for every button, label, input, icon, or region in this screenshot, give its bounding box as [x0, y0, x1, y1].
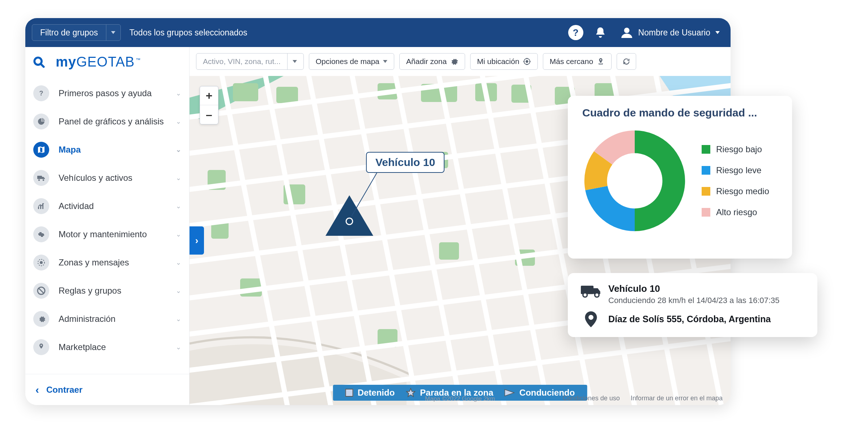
- refresh-button[interactable]: [617, 53, 636, 70]
- map-options-label: Opciones de mapa: [316, 57, 379, 66]
- chevron-down-icon: ⌄: [176, 89, 181, 97]
- svg-line-60: [352, 173, 377, 216]
- risk-legend-item: Riesgo leve: [702, 165, 769, 175]
- nearest-label: Más cercano: [550, 57, 593, 66]
- sidebar-item-chart[interactable]: Panel de gráficos y análisis⌄: [25, 107, 189, 136]
- risk-legend: Riesgo bajoRiesgo leveRiesgo medioAlto r…: [702, 144, 769, 217]
- report-error-link[interactable]: Informar de un error en el mapa: [631, 395, 723, 402]
- svg-point-5: [38, 179, 40, 181]
- avatar-icon: [620, 26, 633, 39]
- gear-icon: [450, 57, 458, 65]
- sidebar-item-zones[interactable]: Zonas y mensajes⌄: [25, 248, 189, 277]
- sidebar-item-marketplace[interactable]: Marketplace⌄: [25, 333, 189, 361]
- group-filter-dropdown[interactable]: Filtro de grupos: [32, 24, 121, 41]
- map-footer: Condiciones de uso Informar de un error …: [563, 395, 723, 402]
- vehicle-label: Vehículo 10: [375, 156, 435, 168]
- legend-label: Riesgo bajo: [716, 144, 762, 154]
- vehicle-address: Díaz de Solís 555, Córdoba, Argentina: [608, 313, 771, 325]
- question-icon: ?: [33, 85, 49, 101]
- chevron-down-icon: ⌄: [176, 146, 181, 154]
- sidebar-item-label: Vehículos y activos: [59, 173, 176, 183]
- vehicle-info-card: Vehículo 10 Conduciendo 28 km/h el 14/04…: [568, 273, 817, 337]
- chevron-down-icon: ⌄: [176, 202, 181, 210]
- my-location-button[interactable]: Mi ubicación: [470, 53, 538, 70]
- terms-link[interactable]: Condiciones de uso: [563, 395, 620, 402]
- donut-slice-0: [635, 131, 685, 231]
- svg-rect-4: [37, 176, 42, 179]
- chevron-down-icon: ⌄: [176, 315, 181, 323]
- sidebar-item-label: Actividad: [59, 201, 176, 211]
- square-icon: [345, 389, 353, 397]
- app-logo: myGEOTAB™: [56, 54, 141, 70]
- flag-icon: [504, 389, 515, 397]
- svg-point-0: [624, 28, 629, 33]
- risk-legend-item: Riesgo medio: [702, 186, 769, 196]
- sidebar-item-label: Panel de gráficos y análisis: [59, 116, 176, 127]
- svg-point-11: [41, 345, 42, 346]
- notifications-button[interactable]: [594, 26, 607, 39]
- groups-selected-text: Todos los grupos seleccionados: [129, 28, 247, 38]
- svg-rect-63: [581, 286, 593, 294]
- gear-icon: [33, 311, 49, 327]
- legend-swatch: [702, 208, 710, 217]
- help-button[interactable]: ?: [568, 25, 583, 40]
- chevron-down-icon: ⌄: [176, 174, 181, 182]
- truck-icon: [581, 283, 601, 298]
- map-icon: [33, 142, 49, 158]
- collapse-sidebar-button[interactable]: ‹ Contraer: [25, 374, 189, 405]
- my-location-label: Mi ubicación: [477, 57, 519, 66]
- search-button[interactable]: [32, 55, 46, 69]
- chevron-down-icon: ⌄: [176, 118, 181, 125]
- bell-icon: [594, 26, 607, 39]
- safety-card-title: Cuadro de mando de seguridad ...: [582, 107, 778, 119]
- nearest-button[interactable]: Más cercano: [543, 53, 612, 70]
- map-attribution: Mapa ©2022 Google 2km: [425, 395, 495, 402]
- legend-label: Riesgo leve: [716, 165, 761, 175]
- sidebar-item-rules[interactable]: Reglas y grupos⌄: [25, 277, 189, 305]
- vehicle-name: Vehículo 10: [608, 283, 779, 294]
- sidebar-item-label: Motor y mantenimiento: [59, 229, 176, 239]
- sidebar-item-label: Administración: [59, 314, 176, 324]
- expand-panel-button[interactable]: ›: [190, 226, 204, 255]
- sidebar-item-activity[interactable]: Actividad⌄: [25, 192, 189, 220]
- user-menu[interactable]: Nombre de Usuario: [620, 26, 720, 39]
- zoom-in-button[interactable]: +: [200, 86, 218, 105]
- svg-line-10: [39, 288, 44, 293]
- sidebar-item-map[interactable]: Mapa⌄: [25, 136, 189, 164]
- donut-slice-1: [585, 186, 635, 231]
- map-options-button[interactable]: Opciones de mapa: [309, 53, 394, 70]
- refresh-icon: [622, 57, 630, 65]
- location-pin-icon: [581, 312, 601, 327]
- sidebar-item-question[interactable]: ?Primeros pasos y ayuda⌄: [25, 79, 189, 107]
- svg-point-64: [583, 293, 587, 297]
- add-zone-label: Añadir zona: [406, 57, 447, 66]
- map-toolbar: Activo, VIN, zona, rut... Opciones de ma…: [190, 47, 731, 76]
- group-filter-label: Filtro de grupos: [32, 28, 106, 38]
- marketplace-icon: [33, 339, 49, 355]
- vehicle-label-callout[interactable]: Vehículo 10: [366, 152, 444, 173]
- logo-row: myGEOTAB™: [25, 47, 189, 79]
- zoom-out-button[interactable]: –: [200, 105, 218, 124]
- chevron-right-icon: ›: [195, 235, 199, 246]
- sidebar-item-label: Primeros pasos y ayuda: [59, 88, 176, 98]
- group-filter-caret[interactable]: [106, 25, 120, 41]
- star-icon: [405, 388, 416, 398]
- risk-legend-item: Riesgo bajo: [702, 144, 769, 154]
- add-zone-button[interactable]: Añadir zona: [399, 53, 465, 70]
- legend-swatch: [702, 187, 710, 196]
- safety-dashboard-card: Cuadro de mando de seguridad ... Riesgo …: [568, 96, 792, 259]
- chevron-left-icon: ‹: [35, 384, 39, 396]
- svg-rect-33: [439, 242, 459, 260]
- svg-line-2: [41, 64, 44, 67]
- sidebar-item-gear[interactable]: Administración⌄: [25, 305, 189, 333]
- chevron-down-icon: ⌄: [176, 287, 181, 295]
- search-icon: [33, 56, 45, 68]
- asset-search-dropdown[interactable]: Activo, VIN, zona, rut...: [196, 53, 304, 70]
- username-label: Nombre de Usuario: [638, 28, 710, 38]
- chevron-down-icon: ⌄: [176, 343, 181, 351]
- chevron-down-icon: ⌄: [176, 230, 181, 238]
- sidebar-item-engine[interactable]: Motor y mantenimiento⌄: [25, 220, 189, 248]
- sidebar-item-truck[interactable]: Vehículos y activos⌄: [25, 164, 189, 192]
- legend-swatch: [702, 166, 710, 175]
- risk-donut-chart: [582, 128, 687, 233]
